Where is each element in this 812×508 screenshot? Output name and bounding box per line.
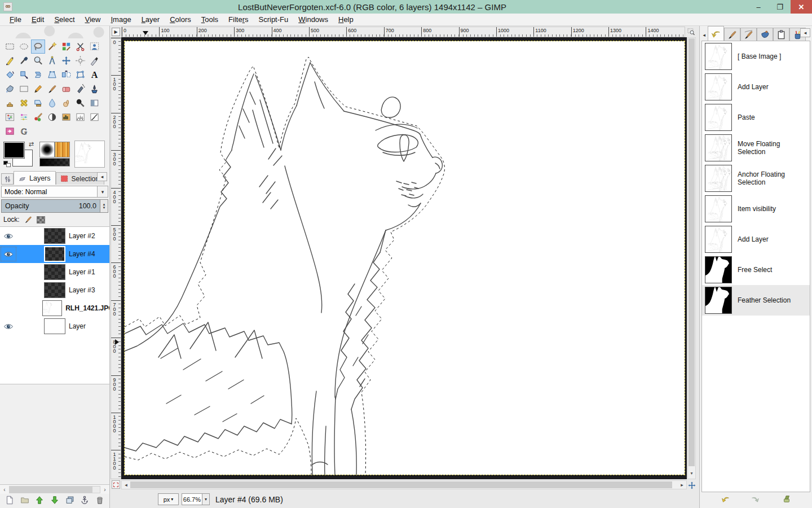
layer-row-layer-3[interactable]: Layer #3 — [0, 281, 109, 299]
history-item-move-floating-selection[interactable]: Move Floating Selection — [702, 133, 810, 163]
layer-action-button-lower-layer[interactable] — [50, 495, 60, 507]
tool-button-blur-sharpen[interactable] — [45, 96, 59, 110]
menu-item-layer[interactable]: Layer — [136, 14, 165, 25]
menu-item-file[interactable]: File — [5, 14, 27, 25]
tool-button-smudge[interactable] — [59, 96, 73, 110]
history-action-button-clear-history[interactable] — [782, 494, 792, 506]
tool-options-button[interactable] — [1, 173, 14, 185]
tool-button-rotate[interactable] — [3, 68, 17, 82]
menu-item-edit[interactable]: Edit — [27, 14, 49, 25]
canvas-menu-button[interactable]: ▶ — [112, 28, 120, 36]
layer-action-button-duplicate-layer[interactable] — [65, 495, 75, 507]
menu-item-help[interactable]: Help — [333, 14, 359, 25]
image-thumbnail[interactable] — [74, 141, 105, 168]
tool-button-perspective-clone[interactable] — [31, 96, 45, 110]
tool-button-scale[interactable] — [17, 68, 31, 82]
zoom-follow-window-icon[interactable] — [686, 27, 696, 37]
scroll-right-icon[interactable]: ▸ — [678, 482, 686, 488]
tool-button-ellipse-select[interactable] — [17, 40, 31, 54]
menu-item-colors[interactable]: Colors — [165, 14, 196, 25]
lock-alpha-icon[interactable] — [37, 216, 45, 224]
tool-button-cage-transform[interactable] — [73, 68, 87, 82]
tool-button-brightness-contrast[interactable] — [45, 110, 59, 124]
menu-item-image[interactable]: Image — [105, 14, 136, 25]
layer-row-layer-4[interactable]: Layer #4 — [0, 245, 109, 263]
tool-button-free-select[interactable] — [31, 40, 45, 54]
menu-item-windows[interactable]: Windows — [293, 14, 333, 25]
layer-visibility-toggle[interactable] — [0, 323, 17, 330]
layer-visibility-toggle[interactable] — [0, 287, 17, 294]
tabs-scroll-left-icon[interactable]: ◂ — [701, 29, 708, 41]
tool-button-posterize[interactable] — [3, 124, 17, 138]
scroll-down-icon[interactable]: ▾ — [688, 471, 695, 479]
tab-layers[interactable]: Layers — [14, 171, 56, 185]
tool-button-fuzzy-select[interactable] — [45, 40, 59, 54]
tool-button-scissors-select[interactable] — [73, 40, 87, 54]
tool-button-rectangle-select[interactable] — [3, 40, 17, 54]
scroll-left-icon[interactable]: ‹ — [0, 487, 9, 493]
fg-bg-color-selector[interactable]: ⇄ — [3, 142, 35, 168]
image-canvas[interactable] — [125, 41, 685, 475]
history-action-button-undo[interactable] — [720, 494, 730, 506]
dock-tab-undo-history[interactable] — [708, 26, 724, 41]
dock-tab-paint-dynamics[interactable] — [740, 28, 757, 41]
layer-action-button-delete-layer[interactable] — [95, 495, 105, 507]
menu-item-script-fu[interactable]: Script-Fu — [254, 14, 294, 25]
dock-menu-button[interactable]: ◂ — [800, 28, 810, 37]
tool-button-paintbrush[interactable] — [45, 82, 59, 96]
history-item-add-layer[interactable]: Add Layer — [702, 224, 810, 255]
tool-button-curves[interactable] — [87, 110, 102, 124]
tool-button-perspective[interactable] — [45, 68, 59, 82]
layer-visibility-toggle[interactable] — [0, 269, 17, 276]
layer-visibility-toggle[interactable] — [0, 233, 17, 240]
tool-button-color-balance[interactable] — [3, 110, 17, 124]
chevron-down-icon[interactable]: ▾ — [97, 186, 108, 197]
layer-row-layer[interactable]: Layer — [0, 317, 109, 335]
active-gradient-preview[interactable] — [39, 158, 70, 167]
tool-button-levels[interactable] — [73, 110, 87, 124]
menu-item-filters[interactable]: Filters — [223, 14, 253, 25]
horizontal-ruler[interactable]: 0100200300400500600700800900100011001200… — [121, 27, 685, 37]
layer-action-button-new-layer[interactable] — [5, 495, 15, 507]
default-colors-icon[interactable] — [3, 161, 11, 168]
unit-dropdown[interactable]: px ▾ — [158, 493, 179, 505]
menu-item-tools[interactable]: Tools — [196, 14, 223, 25]
dock-tab-patterns[interactable] — [757, 28, 773, 41]
history-item-base-image[interactable]: [ Base Image ] — [702, 41, 810, 72]
tool-button-colorize[interactable] — [31, 110, 45, 124]
history-item-feather-selection[interactable]: Feather Selection — [702, 285, 810, 316]
titlebar[interactable]: LostButNeverForgoten.xcf-6.0 (RGB color,… — [0, 0, 812, 14]
tool-button-dodge-burn[interactable] — [73, 96, 87, 110]
dock-menu-button[interactable]: ◂ — [97, 172, 107, 181]
tool-button-move[interactable] — [59, 54, 73, 68]
opacity-slider[interactable]: Opacity 100.0 ▲▼ — [1, 199, 108, 213]
layers-scrollbar[interactable]: ‹ › — [0, 484, 109, 494]
layer-action-button-raise-layer[interactable] — [34, 495, 45, 507]
tool-button-pencil[interactable] — [31, 82, 45, 96]
history-item-add-layer[interactable]: Add Layer — [702, 72, 810, 102]
tool-button-shear[interactable] — [31, 68, 45, 82]
tool-button-gradient[interactable] — [17, 82, 31, 96]
navigation-pan-button[interactable] — [686, 480, 697, 491]
tool-button-heal[interactable] — [17, 96, 31, 110]
history-item-item-visibility[interactable]: Item visibility — [702, 194, 810, 224]
layer-visibility-toggle[interactable] — [0, 305, 15, 312]
zoom-level-combo[interactable]: 66.7% ▾ — [182, 493, 210, 505]
menu-item-view[interactable]: View — [80, 14, 106, 25]
vertical-scrollbar[interactable]: ▾ — [687, 37, 696, 479]
vertical-scroll-thumb[interactable] — [689, 38, 695, 466]
horizontal-scroll-thumb[interactable] — [130, 481, 672, 488]
layer-row-layer-1[interactable]: Layer #1 — [0, 263, 109, 281]
history-action-button-redo[interactable] — [751, 494, 761, 506]
tool-button-hue-saturation[interactable] — [17, 110, 31, 124]
active-pattern-preview[interactable] — [55, 142, 70, 157]
layer-row-layer-2[interactable]: Layer #2 — [0, 227, 109, 245]
tool-button-bucket-fill[interactable] — [3, 82, 17, 96]
scroll-left-icon[interactable]: ◂ — [122, 482, 130, 488]
dock-tab-buffers[interactable] — [773, 28, 789, 41]
layer-row-rlh-1421-jpg[interactable]: RLH_1421.JPG — [0, 299, 109, 317]
swap-colors-icon[interactable]: ⇄ — [29, 141, 34, 148]
history-item-anchor-floating-selection[interactable]: Anchor Floating Selection — [702, 163, 810, 194]
chevron-down-icon[interactable]: ▾ — [202, 494, 209, 505]
tool-button-select-by-color[interactable] — [59, 40, 73, 54]
